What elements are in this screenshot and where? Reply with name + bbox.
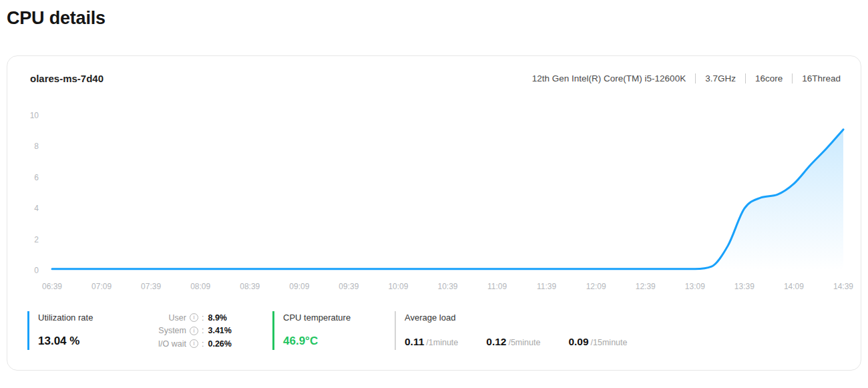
cpu-temperature-value: 46.9°C xyxy=(283,335,351,348)
x-axis-tick-label: 09:39 xyxy=(339,282,359,291)
user-usage-value: 8.9% xyxy=(208,313,227,323)
x-axis-tick-label: 10:09 xyxy=(388,282,408,291)
iowait-usage-value: 0.26% xyxy=(208,339,231,349)
x-axis-tick-label: 14:39 xyxy=(833,282,853,291)
user-usage-row: User : 8.9% xyxy=(154,311,232,324)
x-axis-tick-label: 11:39 xyxy=(537,282,556,291)
x-axis-tick-label: 12:09 xyxy=(586,282,606,291)
load-5min-unit: /5minute xyxy=(508,338,540,347)
card-header: olares-ms-7d40 12th Gen Intel(R) Core(TM… xyxy=(30,73,841,84)
x-axis-tick-label: 06:39 xyxy=(42,282,62,291)
x-axis-tick-label: 13:09 xyxy=(685,282,705,291)
cpu-cores: 16core xyxy=(755,73,783,83)
y-axis-tick-label: 8 xyxy=(34,142,39,151)
system-usage-row: System : 3.41% xyxy=(154,325,232,337)
iowait-usage-row: I/O wait : 0.26% xyxy=(154,337,232,350)
utilization-rate-label: Utilization rate xyxy=(38,313,93,323)
x-axis-labels: 06:3907:0907:3908:0908:3909:0909:3910:09… xyxy=(42,282,853,291)
y-axis-tick-label: 6 xyxy=(34,173,39,182)
x-axis-tick-label: 09:09 xyxy=(289,282,309,291)
system-usage-label: System xyxy=(154,326,186,335)
x-axis-tick-label: 08:39 xyxy=(240,282,260,291)
spec-divider xyxy=(695,73,696,83)
x-axis-tick-label: 13:39 xyxy=(734,282,754,291)
load-15min: 0.09 /15minute xyxy=(568,336,627,348)
iowait-usage-label: I/O wait xyxy=(154,339,186,349)
average-load-label: Average load xyxy=(405,313,627,323)
info-icon[interactable] xyxy=(190,327,198,335)
cpu-frequency: 3.7GHz xyxy=(705,73,736,83)
y-axis-labels: 0246810 xyxy=(30,111,39,275)
x-axis-tick-label: 08:09 xyxy=(190,282,210,291)
x-axis-tick-label: 12:39 xyxy=(636,282,656,291)
y-axis-tick-label: 10 xyxy=(30,111,39,120)
x-axis-tick-label: 10:39 xyxy=(437,282,457,291)
average-load-values: 0.11 /1minute 0.12 /5minute 0.09 /15minu… xyxy=(405,336,627,348)
x-axis-tick-label: 07:09 xyxy=(91,282,112,291)
info-icon[interactable] xyxy=(190,313,198,322)
info-icon[interactable] xyxy=(190,339,198,348)
colon: : xyxy=(202,339,204,349)
cpu-details-card: olares-ms-7d40 12th Gen Intel(R) Core(TM… xyxy=(7,55,861,371)
stats-row: Utilization rate 13.04 % User : 8.9% Sys… xyxy=(27,311,841,350)
y-axis-tick-label: 4 xyxy=(34,204,39,213)
y-axis-tick-label: 0 xyxy=(34,266,39,275)
utilization-rate-block: Utilization rate 13.04 % xyxy=(27,311,93,350)
spec-divider xyxy=(745,73,746,83)
load-1min-unit: /1minute xyxy=(426,338,458,347)
load-5min-value: 0.12 xyxy=(486,336,506,348)
cpu-temperature-label: CPU temperature xyxy=(283,313,351,323)
colon: : xyxy=(202,313,204,323)
user-usage-label: User xyxy=(154,313,186,323)
average-load-block: Average load 0.11 /1minute 0.12 /5minute… xyxy=(395,311,627,350)
colon: : xyxy=(202,326,204,335)
usage-breakdown: User : 8.9% System : 3.41% I/O wait : 0.… xyxy=(154,311,232,350)
page-title: CPU details xyxy=(7,8,105,29)
x-axis-tick-label: 11:09 xyxy=(487,282,507,291)
system-usage-value: 3.41% xyxy=(208,326,231,335)
x-axis-tick-label: 14:09 xyxy=(784,282,804,291)
utilization-rate-value: 13.04 % xyxy=(38,335,93,348)
spec-divider xyxy=(792,73,793,83)
load-1min: 0.11 /1minute xyxy=(405,336,458,348)
load-5min: 0.12 /5minute xyxy=(486,336,540,348)
cpu-usage-area-fill xyxy=(52,130,843,270)
load-15min-unit: /15minute xyxy=(591,338,628,347)
cpu-specs: 12th Gen Intel(R) Core(TM) i5-12600K 3.7… xyxy=(532,73,841,83)
load-15min-value: 0.09 xyxy=(568,336,588,348)
cpu-usage-chart: 0246810 06:3907:0907:3908:0908:3909:0909… xyxy=(7,108,861,305)
cpu-model: 12th Gen Intel(R) Core(TM) i5-12600K xyxy=(532,73,686,83)
load-1min-value: 0.11 xyxy=(405,336,424,348)
cpu-usage-line xyxy=(52,130,843,269)
hostname: olares-ms-7d40 xyxy=(30,73,103,84)
cpu-temperature-block: CPU temperature 46.9°C xyxy=(272,311,351,350)
y-axis-tick-label: 2 xyxy=(34,235,39,244)
chart-area: 0246810 06:3907:0907:3908:0908:3909:0909… xyxy=(7,108,861,305)
x-axis-tick-label: 07:39 xyxy=(141,282,161,291)
cpu-threads: 16Thread xyxy=(802,73,841,83)
